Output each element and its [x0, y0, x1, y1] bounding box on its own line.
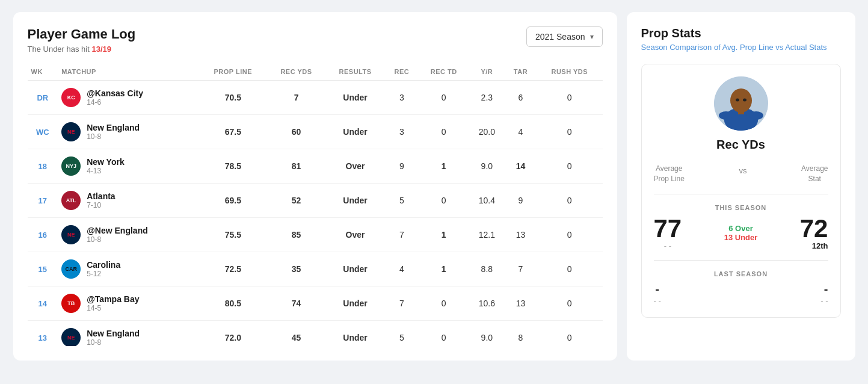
yr: 20.0	[469, 115, 505, 149]
prop-line: 70.5	[199, 81, 267, 115]
team-name: @New England	[87, 226, 148, 235]
rec: 3	[385, 115, 418, 149]
tar: 13	[505, 218, 537, 252]
last-season-stat: -	[820, 282, 828, 296]
col-tar: TAR	[505, 63, 537, 81]
vs-label: vs	[739, 164, 746, 175]
prop-line: 78.5	[199, 149, 267, 184]
chevron-down-icon: ▾	[590, 33, 594, 41]
col-rec: REC	[385, 63, 418, 81]
prop-line: 72.0	[199, 321, 267, 347]
team-name: New England	[87, 329, 140, 338]
under-hit-value: 13/19	[91, 45, 111, 54]
right-panel: Prop Stats Season Comparison of Avg. Pro…	[627, 12, 855, 361]
table-wrapper[interactable]: WK MATCHUP PROP LINE REC YDS RESULTS REC…	[28, 63, 603, 346]
tar: 9	[505, 184, 537, 218]
team-record: 10-8	[87, 235, 148, 244]
avg-stat-block: 72 12th	[800, 216, 828, 250]
this-season-section: THIS SEASON 77 - - 6 Over 13 Under 72 12…	[654, 204, 828, 250]
team-name: @Tampa Bay	[87, 294, 139, 304]
result: Over	[325, 149, 385, 184]
rec: 7	[385, 286, 418, 321]
prop-line: 67.5	[199, 115, 267, 149]
season-selector[interactable]: 2021 Season ▾	[526, 26, 603, 47]
matchup-cell: TB @Tampa Bay 14-5	[58, 286, 199, 321]
rush-yds: 0	[537, 218, 602, 252]
prop-vs-section: AverageProp Line vs AverageStat	[654, 164, 828, 184]
team-record: 14-5	[87, 304, 139, 312]
wk-cell: 17	[28, 184, 58, 218]
prop-line: 80.5	[199, 286, 267, 321]
tar: 6	[505, 81, 537, 115]
this-season-label: THIS SEASON	[654, 204, 828, 211]
team-name: Carolina	[87, 260, 120, 270]
over-count: 6 Over	[724, 224, 758, 233]
avg-prop-label: AverageProp Line	[654, 164, 685, 184]
yr: 2.3	[469, 81, 505, 115]
team-logo: NE	[61, 225, 81, 244]
divider	[654, 194, 828, 194]
matchup-cell: NE New England 10-8	[58, 321, 199, 347]
under-hit-text: The Under has hit 13/19	[28, 45, 136, 54]
team-record: 10-8	[87, 132, 140, 141]
rec-yds: 81	[267, 149, 325, 184]
tar: 14	[505, 149, 537, 184]
stat-name: Rec YDs	[654, 138, 828, 152]
rec: 3	[385, 81, 418, 115]
rec-yds: 45	[267, 321, 325, 347]
game-table: WK MATCHUP PROP LINE REC YDS RESULTS REC…	[28, 63, 603, 346]
result: Under	[325, 81, 385, 115]
svg-point-4	[730, 88, 752, 113]
main-container: Player Game Log The Under has hit 13/19 …	[13, 12, 855, 361]
team-name: @Kansas City	[87, 88, 143, 98]
prop-subtitle: Season Comparison of Avg. Prop Line vs A…	[641, 43, 841, 52]
matchup-cell: CAR Carolina 5-12	[58, 252, 199, 286]
avg-stat-rank: 12th	[800, 241, 828, 250]
title-block: Player Game Log The Under has hit 13/19	[28, 26, 136, 54]
team-record: 14-6	[87, 98, 143, 107]
rush-yds: 0	[537, 184, 602, 218]
wk-cell: 16	[28, 218, 58, 252]
table-row: WC NE New England 10-8 67.5 60 Under 3 0…	[28, 115, 603, 149]
rec-yds: 74	[267, 286, 325, 321]
avg-prop-value: 77	[654, 216, 682, 241]
result: Under	[325, 321, 385, 347]
result: Under	[325, 252, 385, 286]
player-avatar	[714, 76, 768, 131]
yr: 8.8	[469, 252, 505, 286]
rec: 5	[385, 184, 418, 218]
yr: 9.0	[469, 149, 505, 184]
svg-point-7	[743, 99, 746, 102]
svg-point-9	[749, 111, 763, 120]
rush-yds: 0	[537, 252, 602, 286]
rec-td: 0	[419, 321, 469, 347]
table-row: 18 NYJ New York 4-13 78.5 81 Over 9 1 9.…	[28, 149, 603, 184]
rec-yds: 85	[267, 218, 325, 252]
team-logo: NE	[61, 328, 81, 346]
panel-header: Player Game Log The Under has hit 13/19 …	[28, 26, 603, 54]
team-name: Atlanta	[87, 191, 115, 201]
yr: 10.6	[469, 286, 505, 321]
rec-yds: 35	[267, 252, 325, 286]
team-record: 5-12	[87, 270, 120, 278]
col-results: RESULTS	[325, 63, 385, 81]
col-rush-yds: RUSH YDS	[537, 63, 602, 81]
over-under-block: 6 Over 13 Under	[724, 224, 758, 242]
rec-yds: 52	[267, 184, 325, 218]
rec-td: 0	[419, 115, 469, 149]
left-panel: Player Game Log The Under has hit 13/19 …	[13, 12, 617, 361]
team-logo: NYJ	[61, 156, 81, 176]
rec-yds: 60	[267, 115, 325, 149]
rec-td: 1	[419, 252, 469, 286]
rec: 7	[385, 218, 418, 252]
matchup-cell: NYJ New York 4-13	[58, 149, 199, 184]
last-stat-block: - - -	[820, 282, 828, 305]
col-rec-yds: REC YDS	[267, 63, 325, 81]
last-season-row: - - - - - -	[654, 282, 828, 305]
rush-yds: 0	[537, 149, 602, 184]
rush-yds: 0	[537, 81, 602, 115]
prop-title: Prop Stats	[641, 26, 841, 40]
tar: 7	[505, 252, 537, 286]
player-portrait	[654, 76, 828, 131]
col-yr: Y/R	[469, 63, 505, 81]
